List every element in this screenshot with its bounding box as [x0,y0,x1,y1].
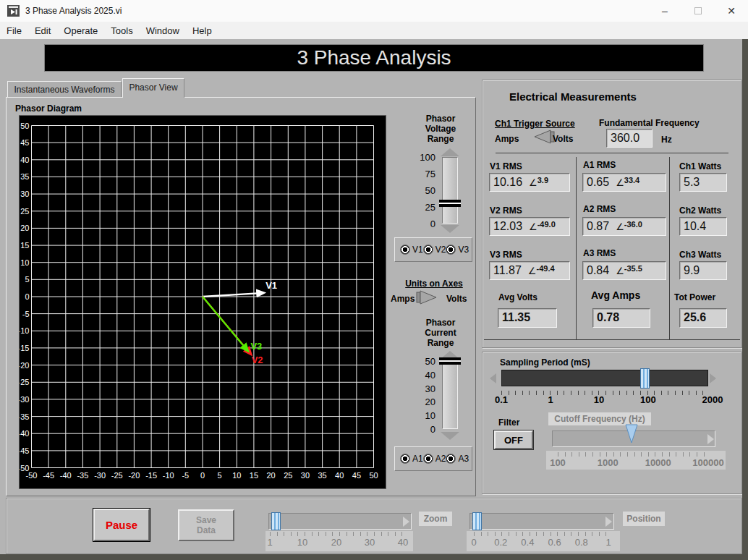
scale-tick-label: 2000 [702,394,723,405]
sampling-increment-arrow[interactable] [710,373,716,383]
ch1-watts-indicator: 5.3 [679,173,727,192]
svg-text:-20: -20 [20,361,30,370]
trigger-source-label: Ch1 Trigger Source [495,119,575,129]
radio-a3[interactable]: A3 [446,454,469,464]
menu-window[interactable]: Window [140,25,186,36]
scale-tick-label: 0 [471,537,476,548]
position-slider-track[interactable] [469,513,614,530]
radio-led-a1[interactable] [400,454,410,464]
tab-instantaneous-waveforms[interactable]: Instantaneous Waveforms [7,81,122,97]
measurements-title: Electrical Measurements [509,90,637,103]
radio-label: V1 [412,245,423,255]
svg-text:-5: -5 [22,310,30,318]
current-channel-selector: A1A2A3 [394,446,472,471]
menu-file[interactable]: File [0,25,28,36]
voltage-range-decrement-arrow[interactable] [441,225,459,233]
v1-rms-label: V1 RMS [490,161,522,171]
position-slider-handle[interactable] [472,512,482,530]
menu-edit[interactable]: Edit [28,25,57,36]
close-button[interactable]: ✕ [715,0,748,22]
voltage-range-increment-arrow[interactable] [441,148,459,156]
svg-text:10: 10 [232,471,241,480]
radio-a2[interactable]: A2 [423,454,446,464]
menu-help[interactable]: Help [186,25,218,36]
scale-tick-label: 30 [365,537,375,548]
scale-tick-label: 0.1 [495,394,508,405]
zoom-increment-arrow[interactable] [403,517,409,527]
scale-tick-label: 0 [430,424,435,435]
svg-text:-25: -25 [20,378,30,386]
minimize-button[interactable]: – [648,0,681,22]
svg-text:-45: -45 [20,446,30,455]
sampling-decrement-arrow[interactable] [490,373,496,383]
angle-icon: ∠ [528,266,537,276]
fundamental-frequency-field[interactable]: 360.0 [606,129,653,148]
phasor-diagram-label: Phasor Diagram [15,103,82,114]
tab-phasor-view[interactable]: Phasor View [122,78,184,98]
voltage-range-handle[interactable] [439,200,461,207]
position-increment-arrow[interactable] [605,517,612,527]
menu-tools[interactable]: Tools [104,25,139,36]
svg-text:5: 5 [25,275,29,284]
hz-unit-label: Hz [661,135,672,145]
sampling-period-label: Sampling Period (mS) [500,357,590,368]
save-data-button[interactable]: Save Data [178,509,234,541]
cutoff-increment-arrow[interactable] [707,434,714,444]
angle-icon: ∠ [529,221,537,232]
svg-text:30: 30 [301,471,310,480]
voltage-range-scale: 1007550250 [401,153,435,228]
current-range-handle[interactable] [439,357,461,365]
v2-rms-label: V2 RMS [490,205,522,216]
svg-text:-15: -15 [145,471,157,480]
radio-led-v1[interactable] [400,245,410,255]
filter-toggle-button[interactable]: OFF [493,430,534,450]
units-switch[interactable] [415,289,440,309]
maximize-button[interactable] [681,0,715,22]
window-title: 3 Phase Analysis 2025.vi [25,6,122,16]
v1-rms-indicator: 10.16∠3.9 [489,173,570,192]
zoom-tick-marks [270,532,409,536]
radio-a1[interactable]: A1 [400,454,423,464]
ch3-watts-value: 9.9 [684,264,700,276]
radio-led-a3[interactable] [446,454,456,464]
a1-rms-value: 0.65 [587,176,609,188]
zoom-slider-track[interactable] [268,513,412,530]
cutoff-slider-handle[interactable] [625,424,638,446]
scale-tick-label: 0.8 [575,537,588,548]
units-amps-label: Amps [391,294,415,304]
zoom-slider-handle[interactable] [271,512,281,530]
radio-v2[interactable]: V2 [423,245,446,255]
phasor-diagram-plot: -50-50-45-45-40-40-35-35-30-30-25-25-20-… [19,115,386,489]
scale-tick-label: 10000 [645,457,671,468]
trigger-source-switch[interactable] [531,128,556,148]
radio-led-a2[interactable] [423,454,433,464]
scale-tick-label: 30 [425,383,435,394]
svg-text:-30: -30 [94,471,106,480]
voltage-range-track[interactable] [442,157,458,224]
scale-tick-label: 50 [425,356,435,367]
pause-button[interactable]: Pause [93,508,150,542]
electrical-measurements-panel: Electrical Measurements Ch1 Trigger Sour… [482,80,742,348]
sampling-slider-track[interactable] [501,370,708,386]
current-range-track[interactable] [442,360,458,429]
cutoff-tick-marks [558,452,710,457]
radio-v1[interactable]: V1 [400,245,423,255]
a3-angle-value: -35.5 [624,264,642,273]
angle-icon: ∠ [616,177,624,188]
svg-text:-50: -50 [26,471,38,480]
svg-text:-35: -35 [20,412,30,421]
radio-led-v2[interactable] [423,245,433,255]
avg-volts-label: Avg Volts [498,292,537,302]
radio-led-v3[interactable] [446,245,456,255]
sampling-slider-handle[interactable] [640,368,650,389]
banner-title: 3 Phase Analysis [44,44,704,72]
svg-text:15: 15 [250,471,258,480]
svg-text:45: 45 [20,138,29,147]
current-range-decrement-arrow[interactable] [441,432,459,440]
sampling-filter-panel: Sampling Period (mS) 0.11101002000 Filte… [482,352,742,494]
menu-operate[interactable]: Operate [57,25,104,36]
filter-label: Filter [498,417,519,428]
radio-v3[interactable]: V3 [446,245,469,255]
scale-tick-label: 0 [430,218,435,229]
svg-text:V1: V1 [265,280,277,291]
